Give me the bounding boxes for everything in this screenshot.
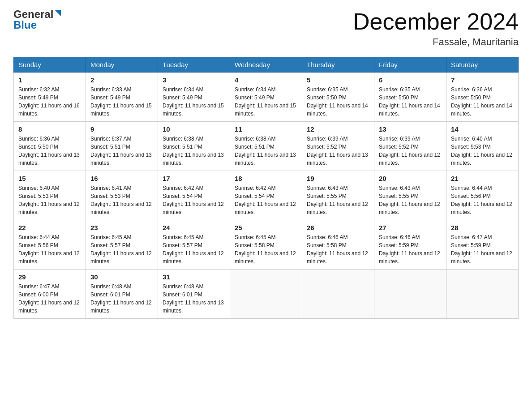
calendar-cell: 11 Sunrise: 6:38 AMSunset: 5:51 PMDaylig…: [230, 122, 302, 171]
page-header: General Blue December 2024 Fassale, Maur…: [13, 9, 519, 48]
day-info: Sunrise: 6:32 AMSunset: 5:49 PMDaylight:…: [18, 86, 80, 117]
day-header-thursday: Thursday: [302, 57, 374, 73]
calendar-week-3: 15 Sunrise: 6:40 AMSunset: 5:53 PMDaylig…: [14, 171, 519, 220]
calendar-cell: 18 Sunrise: 6:42 AMSunset: 5:54 PMDaylig…: [230, 171, 302, 220]
calendar-cell: [374, 270, 446, 319]
day-info: Sunrise: 6:42 AMSunset: 5:54 PMDaylight:…: [235, 185, 296, 215]
day-number: 11: [235, 125, 297, 133]
day-number: 12: [307, 125, 369, 133]
day-number: 23: [90, 224, 153, 231]
day-number: 18: [235, 175, 297, 182]
logo-general-text: General: [13, 9, 53, 20]
calendar-cell: 1 Sunrise: 6:32 AMSunset: 5:49 PMDayligh…: [14, 73, 86, 122]
day-info: Sunrise: 6:43 AMSunset: 5:55 PMDaylight:…: [379, 185, 440, 215]
calendar-cell: 17 Sunrise: 6:42 AMSunset: 5:54 PMDaylig…: [158, 171, 230, 220]
day-number: 30: [90, 273, 153, 281]
calendar-cell: 27 Sunrise: 6:46 AMSunset: 5:59 PMDaylig…: [374, 220, 446, 270]
calendar-cell: 9 Sunrise: 6:37 AMSunset: 5:51 PMDayligh…: [86, 122, 158, 171]
day-number: 4: [235, 76, 297, 84]
calendar-cell: [230, 270, 302, 319]
calendar-cell: 15 Sunrise: 6:40 AMSunset: 5:53 PMDaylig…: [14, 171, 86, 220]
day-header-friday: Friday: [374, 57, 446, 73]
calendar-cell: 3 Sunrise: 6:34 AMSunset: 5:49 PMDayligh…: [158, 73, 230, 122]
calendar-cell: 10 Sunrise: 6:38 AMSunset: 5:51 PMDaylig…: [158, 122, 230, 171]
calendar-subtitle: Fassale, Mauritania: [353, 36, 519, 48]
calendar-cell: 26 Sunrise: 6:46 AMSunset: 5:58 PMDaylig…: [302, 220, 374, 270]
day-info: Sunrise: 6:35 AMSunset: 5:50 PMDaylight:…: [379, 86, 440, 117]
calendar-cell: 19 Sunrise: 6:43 AMSunset: 5:55 PMDaylig…: [302, 171, 374, 220]
day-header-tuesday: Tuesday: [158, 57, 230, 73]
calendar-cell: 4 Sunrise: 6:34 AMSunset: 5:49 PMDayligh…: [230, 73, 302, 122]
day-info: Sunrise: 6:48 AMSunset: 6:01 PMDaylight:…: [163, 283, 224, 314]
calendar-cell: 6 Sunrise: 6:35 AMSunset: 5:50 PMDayligh…: [374, 73, 446, 122]
day-number: 15: [18, 175, 81, 182]
logo: General Blue: [13, 9, 63, 30]
day-info: Sunrise: 6:47 AMSunset: 5:59 PMDaylight:…: [451, 234, 512, 265]
calendar-cell: 2 Sunrise: 6:33 AMSunset: 5:49 PMDayligh…: [86, 73, 158, 122]
calendar-cell: 12 Sunrise: 6:39 AMSunset: 5:52 PMDaylig…: [302, 122, 374, 171]
calendar-cell: 8 Sunrise: 6:36 AMSunset: 5:50 PMDayligh…: [14, 122, 86, 171]
day-number: 1: [18, 76, 81, 84]
logo-blue-text: Blue: [13, 20, 63, 30]
day-number: 27: [379, 224, 442, 231]
day-number: 26: [307, 224, 369, 231]
calendar-cell: 16 Sunrise: 6:41 AMSunset: 5:53 PMDaylig…: [86, 171, 158, 220]
calendar-cell: 31 Sunrise: 6:48 AMSunset: 6:01 PMDaylig…: [158, 270, 230, 319]
day-number: 10: [163, 125, 225, 133]
calendar-cell: [446, 270, 519, 319]
day-number: 3: [163, 76, 225, 84]
day-info: Sunrise: 6:48 AMSunset: 6:01 PMDaylight:…: [90, 283, 152, 314]
day-info: Sunrise: 6:45 AMSunset: 5:57 PMDaylight:…: [90, 234, 152, 265]
day-number: 17: [163, 175, 225, 182]
day-number: 5: [307, 76, 369, 84]
day-number: 13: [379, 125, 442, 133]
day-header-saturday: Saturday: [446, 57, 519, 73]
day-number: 28: [451, 224, 514, 231]
day-info: Sunrise: 6:45 AMSunset: 5:57 PMDaylight:…: [163, 234, 224, 265]
calendar-cell: 21 Sunrise: 6:44 AMSunset: 5:56 PMDaylig…: [446, 171, 519, 220]
calendar-cell: 14 Sunrise: 6:40 AMSunset: 5:53 PMDaylig…: [446, 122, 519, 171]
day-info: Sunrise: 6:47 AMSunset: 6:00 PMDaylight:…: [18, 283, 80, 314]
day-number: 19: [307, 175, 369, 182]
day-info: Sunrise: 6:34 AMSunset: 5:49 PMDaylight:…: [235, 86, 296, 117]
calendar-cell: 5 Sunrise: 6:35 AMSunset: 5:50 PMDayligh…: [302, 73, 374, 122]
day-info: Sunrise: 6:37 AMSunset: 5:51 PMDaylight:…: [90, 136, 152, 166]
day-number: 29: [18, 273, 81, 281]
day-info: Sunrise: 6:36 AMSunset: 5:50 PMDaylight:…: [18, 136, 80, 166]
title-block: December 2024 Fassale, Mauritania: [353, 9, 519, 48]
day-number: 14: [451, 125, 514, 133]
calendar-cell: 28 Sunrise: 6:47 AMSunset: 5:59 PMDaylig…: [446, 220, 519, 270]
day-number: 20: [379, 175, 442, 182]
calendar-cell: 7 Sunrise: 6:36 AMSunset: 5:50 PMDayligh…: [446, 73, 519, 122]
day-info: Sunrise: 6:42 AMSunset: 5:54 PMDaylight:…: [163, 185, 224, 215]
day-number: 8: [18, 125, 81, 133]
day-info: Sunrise: 6:45 AMSunset: 5:58 PMDaylight:…: [235, 234, 296, 265]
day-info: Sunrise: 6:38 AMSunset: 5:51 PMDaylight:…: [235, 136, 296, 166]
day-header-monday: Monday: [86, 57, 158, 73]
day-number: 25: [235, 224, 297, 231]
day-info: Sunrise: 6:38 AMSunset: 5:51 PMDaylight:…: [163, 136, 224, 166]
day-number: 21: [451, 175, 514, 182]
day-number: 16: [90, 175, 153, 182]
calendar-week-4: 22 Sunrise: 6:44 AMSunset: 5:56 PMDaylig…: [14, 220, 519, 270]
day-info: Sunrise: 6:43 AMSunset: 5:55 PMDaylight:…: [307, 185, 368, 215]
calendar-cell: [302, 270, 374, 319]
day-info: Sunrise: 6:39 AMSunset: 5:52 PMDaylight:…: [379, 136, 440, 166]
day-info: Sunrise: 6:46 AMSunset: 5:58 PMDaylight:…: [307, 234, 368, 265]
day-number: 22: [18, 224, 81, 231]
day-number: 31: [163, 273, 225, 281]
day-header-sunday: Sunday: [14, 57, 86, 73]
calendar-cell: 23 Sunrise: 6:45 AMSunset: 5:57 PMDaylig…: [86, 220, 158, 270]
day-info: Sunrise: 6:40 AMSunset: 5:53 PMDaylight:…: [18, 185, 80, 215]
calendar-title: December 2024: [353, 9, 519, 34]
days-header-row: SundayMondayTuesdayWednesdayThursdayFrid…: [14, 57, 519, 73]
calendar-cell: 22 Sunrise: 6:44 AMSunset: 5:56 PMDaylig…: [14, 220, 86, 270]
day-info: Sunrise: 6:34 AMSunset: 5:49 PMDaylight:…: [163, 86, 224, 117]
day-info: Sunrise: 6:44 AMSunset: 5:56 PMDaylight:…: [451, 185, 512, 215]
calendar-cell: 25 Sunrise: 6:45 AMSunset: 5:58 PMDaylig…: [230, 220, 302, 270]
day-info: Sunrise: 6:33 AMSunset: 5:49 PMDaylight:…: [90, 86, 152, 117]
day-number: 7: [451, 76, 514, 84]
calendar-week-1: 1 Sunrise: 6:32 AMSunset: 5:49 PMDayligh…: [14, 73, 519, 122]
calendar-cell: 13 Sunrise: 6:39 AMSunset: 5:52 PMDaylig…: [374, 122, 446, 171]
day-info: Sunrise: 6:40 AMSunset: 5:53 PMDaylight:…: [451, 136, 512, 166]
